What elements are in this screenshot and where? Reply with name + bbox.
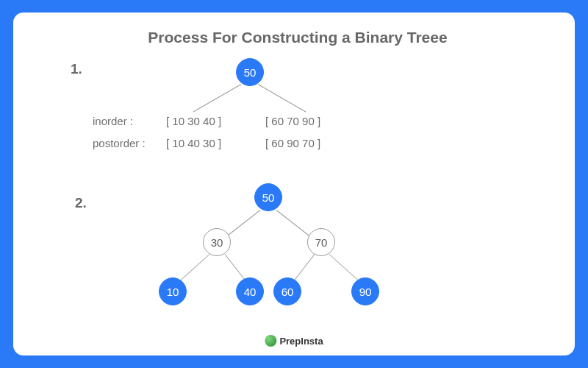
- tree2-lr-node: 40: [236, 277, 264, 305]
- step-2-label: 2.: [75, 195, 87, 211]
- tree2-ll-node: 10: [159, 277, 187, 305]
- tree1-root-node: 50: [236, 58, 264, 86]
- tree2-rr-node: 90: [351, 277, 379, 305]
- step-1-label: 1.: [71, 61, 82, 77]
- inorder-row: inorder : [ 10 30 40 ] [ 60 70 90 ]: [93, 110, 320, 132]
- inorder-left: [ 10 30 40 ]: [166, 110, 265, 132]
- postorder-label: postorder :: [93, 132, 166, 155]
- brand-logo-text: PrepInsta: [279, 336, 323, 347]
- inorder-right: [ 60 70 90 ]: [265, 110, 320, 132]
- tree2-right-node: 70: [307, 228, 335, 256]
- postorder-row: postorder : [ 10 40 30 ] [ 60 90 70 ]: [93, 132, 320, 155]
- brand-logo: PrepInsta: [265, 335, 323, 347]
- tree2-rl-node: 60: [273, 277, 301, 305]
- traversals-block: inorder : [ 10 30 40 ] [ 60 70 90 ] post…: [93, 110, 320, 155]
- tree2-root-node: 50: [254, 183, 282, 211]
- diagram-card: Process For Constructing a Binary Treee …: [13, 13, 575, 355]
- postorder-left: [ 10 40 30 ]: [166, 132, 265, 155]
- diagram-title: Process For Constructing a Binary Treee: [57, 29, 538, 46]
- inorder-label: inorder :: [93, 110, 166, 132]
- tree2-left-node: 30: [203, 228, 231, 256]
- tree1-edge-right: [258, 84, 306, 112]
- tree1-edge-left: [193, 84, 241, 112]
- postorder-right: [ 60 90 70 ]: [265, 132, 320, 155]
- brand-logo-icon: [265, 335, 276, 347]
